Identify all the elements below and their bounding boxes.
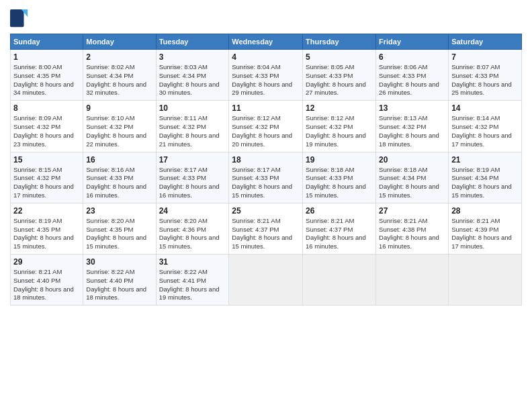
day-number: 10 xyxy=(159,103,226,113)
day-number: 18 xyxy=(232,155,300,165)
day-number: 19 xyxy=(306,155,373,165)
day-cell: 25Sunrise: 8:21 AMSunset: 4:37 PMDayligh… xyxy=(229,203,303,254)
calendar-table: SundayMondayTuesdayWednesdayThursdayFrid… xyxy=(10,34,522,306)
day-cell: 7Sunrise: 8:07 AMSunset: 4:33 PMDaylight… xyxy=(449,50,522,101)
header-cell-saturday: Saturday xyxy=(449,34,522,50)
day-cell: 18Sunrise: 8:17 AMSunset: 4:33 PMDayligh… xyxy=(229,152,303,203)
week-row-1: 1Sunrise: 8:00 AMSunset: 4:35 PMDaylight… xyxy=(11,50,522,101)
logo-icon xyxy=(10,9,29,28)
day-number: 31 xyxy=(159,257,226,267)
day-cell: 12Sunrise: 8:12 AMSunset: 4:32 PMDayligh… xyxy=(303,101,376,152)
day-number: 13 xyxy=(379,103,445,113)
day-number: 7 xyxy=(451,52,519,62)
day-info: Sunrise: 8:10 AMSunset: 4:32 PMDaylight:… xyxy=(86,114,152,148)
day-cell xyxy=(303,255,376,306)
day-cell xyxy=(229,255,303,306)
day-cell: 20Sunrise: 8:18 AMSunset: 4:34 PMDayligh… xyxy=(376,152,449,203)
day-number: 22 xyxy=(13,206,80,216)
header-row: SundayMondayTuesdayWednesdayThursdayFrid… xyxy=(11,34,522,50)
day-number: 24 xyxy=(159,206,226,216)
header-cell-wednesday: Wednesday xyxy=(229,34,303,50)
day-cell: 28Sunrise: 8:21 AMSunset: 4:39 PMDayligh… xyxy=(449,203,522,254)
day-info: Sunrise: 8:16 AMSunset: 4:33 PMDaylight:… xyxy=(86,166,152,200)
day-number: 28 xyxy=(451,206,519,216)
day-cell: 16Sunrise: 8:16 AMSunset: 4:33 PMDayligh… xyxy=(83,152,156,203)
day-cell: 10Sunrise: 8:11 AMSunset: 4:32 PMDayligh… xyxy=(156,101,229,152)
logo xyxy=(10,9,32,28)
day-info: Sunrise: 8:04 AMSunset: 4:33 PMDaylight:… xyxy=(232,63,300,97)
calendar-header: SundayMondayTuesdayWednesdayThursdayFrid… xyxy=(11,34,522,50)
day-cell: 8Sunrise: 8:09 AMSunset: 4:32 PMDaylight… xyxy=(11,101,83,152)
day-cell: 11Sunrise: 8:12 AMSunset: 4:32 PMDayligh… xyxy=(229,101,303,152)
day-info: Sunrise: 8:15 AMSunset: 4:32 PMDaylight:… xyxy=(13,166,80,200)
day-number: 9 xyxy=(86,103,152,113)
day-cell: 9Sunrise: 8:10 AMSunset: 4:32 PMDaylight… xyxy=(83,101,156,152)
day-number: 30 xyxy=(86,257,152,267)
header-cell-friday: Friday xyxy=(376,34,449,50)
day-cell: 17Sunrise: 8:17 AMSunset: 4:33 PMDayligh… xyxy=(156,152,229,203)
day-cell: 2Sunrise: 8:02 AMSunset: 4:34 PMDaylight… xyxy=(83,50,156,101)
day-info: Sunrise: 8:17 AMSunset: 4:33 PMDaylight:… xyxy=(232,166,300,200)
svg-rect-0 xyxy=(10,9,24,27)
day-info: Sunrise: 8:19 AMSunset: 4:35 PMDaylight:… xyxy=(13,217,80,251)
day-info: Sunrise: 8:22 AMSunset: 4:40 PMDaylight:… xyxy=(86,268,152,302)
day-info: Sunrise: 8:22 AMSunset: 4:41 PMDaylight:… xyxy=(159,268,226,302)
day-cell: 31Sunrise: 8:22 AMSunset: 4:41 PMDayligh… xyxy=(156,255,229,306)
day-info: Sunrise: 8:09 AMSunset: 4:32 PMDaylight:… xyxy=(13,114,80,148)
day-cell: 22Sunrise: 8:19 AMSunset: 4:35 PMDayligh… xyxy=(11,203,83,254)
day-number: 1 xyxy=(13,52,80,62)
day-number: 17 xyxy=(159,155,226,165)
day-info: Sunrise: 8:02 AMSunset: 4:34 PMDaylight:… xyxy=(86,63,152,97)
week-row-2: 8Sunrise: 8:09 AMSunset: 4:32 PMDaylight… xyxy=(11,101,522,152)
day-info: Sunrise: 8:18 AMSunset: 4:34 PMDaylight:… xyxy=(379,166,445,200)
day-cell: 23Sunrise: 8:20 AMSunset: 4:35 PMDayligh… xyxy=(83,203,156,254)
day-info: Sunrise: 8:21 AMSunset: 4:38 PMDaylight:… xyxy=(379,217,445,251)
day-info: Sunrise: 8:13 AMSunset: 4:32 PMDaylight:… xyxy=(379,114,445,148)
day-cell: 30Sunrise: 8:22 AMSunset: 4:40 PMDayligh… xyxy=(83,255,156,306)
day-info: Sunrise: 8:21 AMSunset: 4:40 PMDaylight:… xyxy=(13,268,80,302)
calendar-container: SundayMondayTuesdayWednesdayThursdayFrid… xyxy=(0,0,532,312)
day-number: 20 xyxy=(379,155,445,165)
day-cell: 26Sunrise: 8:21 AMSunset: 4:37 PMDayligh… xyxy=(303,203,376,254)
day-info: Sunrise: 8:21 AMSunset: 4:37 PMDaylight:… xyxy=(232,217,300,251)
day-cell: 21Sunrise: 8:19 AMSunset: 4:34 PMDayligh… xyxy=(449,152,522,203)
day-number: 11 xyxy=(232,103,300,113)
day-cell: 3Sunrise: 8:03 AMSunset: 4:34 PMDaylight… xyxy=(156,50,229,101)
day-info: Sunrise: 8:21 AMSunset: 4:39 PMDaylight:… xyxy=(451,217,519,251)
day-number: 8 xyxy=(13,103,80,113)
header-cell-tuesday: Tuesday xyxy=(156,34,229,50)
day-number: 12 xyxy=(306,103,373,113)
day-info: Sunrise: 8:20 AMSunset: 4:36 PMDaylight:… xyxy=(159,217,226,251)
week-row-5: 29Sunrise: 8:21 AMSunset: 4:40 PMDayligh… xyxy=(11,255,522,306)
day-cell: 5Sunrise: 8:05 AMSunset: 4:33 PMDaylight… xyxy=(303,50,376,101)
day-info: Sunrise: 8:20 AMSunset: 4:35 PMDaylight:… xyxy=(86,217,152,251)
day-number: 4 xyxy=(232,52,300,62)
day-info: Sunrise: 8:21 AMSunset: 4:37 PMDaylight:… xyxy=(306,217,373,251)
day-cell: 19Sunrise: 8:18 AMSunset: 4:33 PMDayligh… xyxy=(303,152,376,203)
day-cell: 14Sunrise: 8:14 AMSunset: 4:32 PMDayligh… xyxy=(449,101,522,152)
day-number: 14 xyxy=(451,103,519,113)
day-info: Sunrise: 8:18 AMSunset: 4:33 PMDaylight:… xyxy=(306,166,373,200)
day-cell: 13Sunrise: 8:13 AMSunset: 4:32 PMDayligh… xyxy=(376,101,449,152)
day-number: 26 xyxy=(306,206,373,216)
day-info: Sunrise: 8:12 AMSunset: 4:32 PMDaylight:… xyxy=(232,114,300,148)
day-info: Sunrise: 8:14 AMSunset: 4:32 PMDaylight:… xyxy=(451,114,519,148)
day-number: 21 xyxy=(451,155,519,165)
day-number: 2 xyxy=(86,52,152,62)
day-cell: 24Sunrise: 8:20 AMSunset: 4:36 PMDayligh… xyxy=(156,203,229,254)
day-number: 25 xyxy=(232,206,300,216)
day-cell xyxy=(449,255,522,306)
day-info: Sunrise: 8:06 AMSunset: 4:33 PMDaylight:… xyxy=(379,63,445,97)
calendar-body: 1Sunrise: 8:00 AMSunset: 4:35 PMDaylight… xyxy=(11,50,522,306)
day-info: Sunrise: 8:17 AMSunset: 4:33 PMDaylight:… xyxy=(159,166,226,200)
day-cell: 6Sunrise: 8:06 AMSunset: 4:33 PMDaylight… xyxy=(376,50,449,101)
day-cell xyxy=(376,255,449,306)
day-number: 5 xyxy=(306,52,373,62)
day-number: 3 xyxy=(159,52,226,62)
day-info: Sunrise: 8:00 AMSunset: 4:35 PMDaylight:… xyxy=(13,63,80,97)
day-info: Sunrise: 8:07 AMSunset: 4:33 PMDaylight:… xyxy=(451,63,519,97)
day-info: Sunrise: 8:12 AMSunset: 4:32 PMDaylight:… xyxy=(306,114,373,148)
header-cell-thursday: Thursday xyxy=(303,34,376,50)
day-cell: 27Sunrise: 8:21 AMSunset: 4:38 PMDayligh… xyxy=(376,203,449,254)
week-row-3: 15Sunrise: 8:15 AMSunset: 4:32 PMDayligh… xyxy=(11,152,522,203)
